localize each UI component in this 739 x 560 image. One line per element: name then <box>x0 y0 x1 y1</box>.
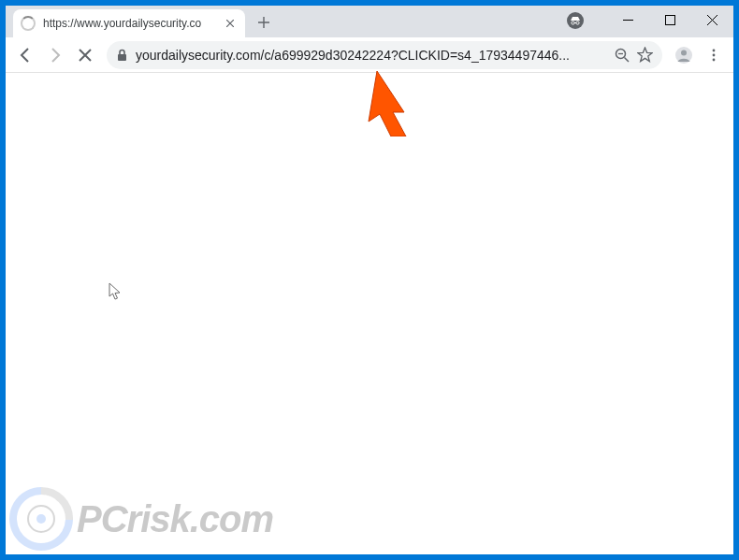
stop-reload-button[interactable] <box>71 41 99 69</box>
minimize-button[interactable] <box>607 6 649 34</box>
close-window-button[interactable] <box>691 6 733 34</box>
zoom-icon[interactable] <box>615 48 630 63</box>
back-button[interactable] <box>11 41 39 69</box>
svg-point-1 <box>576 22 579 24</box>
profile-button[interactable] <box>670 41 698 69</box>
svg-point-9 <box>713 58 716 61</box>
tab-title: https://www.yourdailysecurity.co <box>43 17 223 30</box>
page-content <box>6 73 733 554</box>
watermark: PCrisk.com <box>9 487 273 551</box>
maximize-button[interactable] <box>649 6 691 34</box>
svg-point-11 <box>36 514 46 524</box>
browser-tab[interactable]: https://www.yourdailysecurity.co <box>13 9 245 37</box>
lock-icon <box>116 49 128 62</box>
forward-button[interactable] <box>41 41 69 69</box>
svg-rect-2 <box>666 15 675 24</box>
bookmark-star-icon[interactable] <box>637 47 653 63</box>
svg-point-7 <box>713 49 716 51</box>
svg-point-6 <box>681 50 687 55</box>
svg-point-0 <box>572 22 574 24</box>
watermark-logo-icon <box>9 487 73 551</box>
svg-point-8 <box>713 53 716 56</box>
new-tab-button[interactable] <box>251 9 277 36</box>
url-text: yourdailysecurity.com/c/a699929d30242224… <box>136 48 607 63</box>
address-bar[interactable]: yourdailysecurity.com/c/a699929d30242224… <box>107 41 662 69</box>
svg-rect-3 <box>118 54 126 61</box>
close-tab-button[interactable] <box>223 16 238 31</box>
menu-button[interactable] <box>700 41 728 69</box>
incognito-icon <box>567 12 584 29</box>
loading-spinner-icon <box>21 16 36 31</box>
watermark-text: PCrisk.com <box>77 498 273 540</box>
titlebar: https://www.yourdailysecurity.co <box>6 6 733 37</box>
toolbar: yourdailysecurity.com/c/a699929d30242224… <box>6 37 733 73</box>
